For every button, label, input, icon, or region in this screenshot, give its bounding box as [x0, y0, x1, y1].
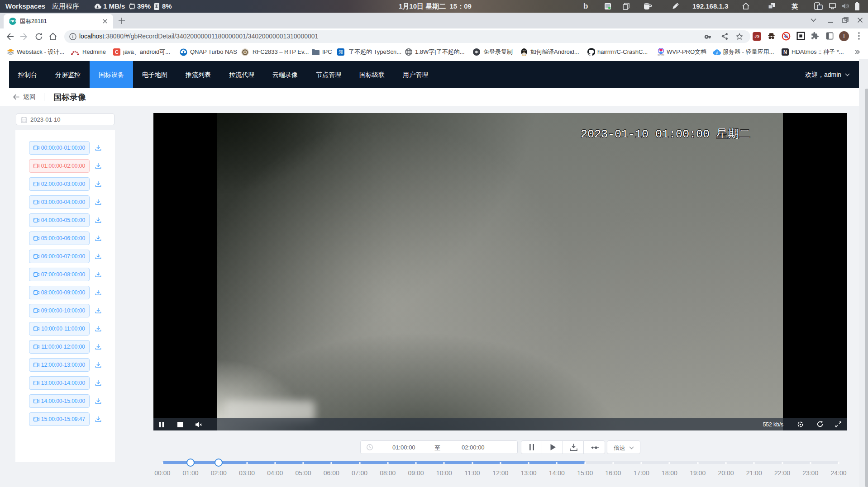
svg-text:WVP-PRO: WVP-PRO	[658, 54, 664, 56]
